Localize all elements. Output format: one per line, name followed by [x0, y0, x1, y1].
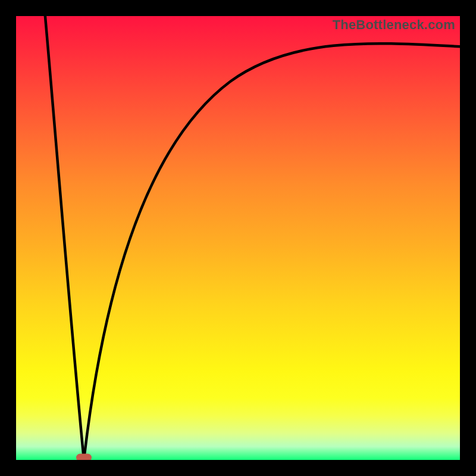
watermark-text: TheBottleneck.com [333, 17, 455, 33]
right-branch-curve [84, 43, 460, 460]
optimum-marker [76, 454, 92, 461]
left-branch-curve [45, 16, 84, 460]
plot-area: TheBottleneck.com [16, 16, 460, 460]
curve-layer [16, 16, 460, 460]
chart-frame: TheBottleneck.com [0, 0, 476, 476]
